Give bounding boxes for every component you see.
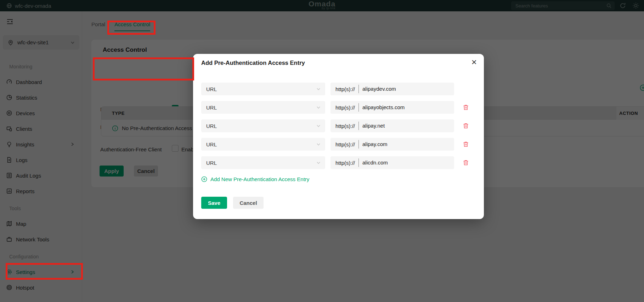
entry-type-select[interactable]: URL [201,156,325,169]
plus-circle-icon [201,176,207,182]
delete-entry-trash-icon[interactable] [462,159,469,166]
save-button[interactable]: Save [201,197,227,209]
entry-row: URL http(s):// alipaydev.com [193,83,484,95]
entry-type-select[interactable]: URL [201,119,325,132]
entry-type-value: URL [206,105,316,111]
chevron-down-icon [316,86,321,91]
entry-type-select[interactable]: URL [201,138,325,151]
chevron-down-icon [316,123,321,128]
url-value: alipay.com [358,140,454,149]
chevron-down-icon [316,142,321,147]
entry-row: URL http(s):// alipay.net [193,119,484,132]
entry-type-select[interactable]: URL [201,101,325,114]
delete-entry-trash-icon[interactable] [462,104,469,111]
delete-entry-trash-icon[interactable] [462,141,469,148]
entry-type-value: URL [206,141,316,147]
url-prefix: http(s):// [331,105,358,111]
entry-url-input[interactable]: http(s):// alipaydev.com [331,83,454,95]
chevron-down-icon [316,105,321,110]
omada-controller-app: wfc-dev-omada Omada by tp-link Search fe… [0,0,644,302]
add-new-entry-link[interactable]: Add New Pre-Authentication Access Entry [201,176,309,182]
modal-title: Add Pre-Authentication Access Entry [201,60,305,66]
entry-url-input[interactable]: http(s):// alipayobjects.com [331,101,454,114]
url-value: alipay.net [358,122,454,130]
delete-entry-trash-icon[interactable] [462,122,469,129]
entry-type-select[interactable]: URL [201,83,325,95]
url-prefix: http(s):// [331,86,358,92]
add-pre-auth-entry-modal: Add Pre-Authentication Access Entry × UR… [193,54,484,219]
entry-type-value: URL [206,160,316,166]
entry-type-value: URL [206,123,316,129]
modal-cancel-button[interactable]: Cancel [233,197,264,209]
entry-row: URL http(s):// alicdn.com [193,156,484,169]
entry-row: URL http(s):// alipay.com [193,138,484,151]
url-value: alipayobjects.com [358,103,454,112]
url-prefix: http(s):// [331,141,358,147]
chevron-down-icon [316,160,321,165]
url-prefix: http(s):// [331,160,358,166]
entry-type-value: URL [206,86,316,92]
url-value: alipaydev.com [358,85,454,93]
entry-url-input[interactable]: http(s):// alicdn.com [331,156,454,169]
url-prefix: http(s):// [331,123,358,129]
close-icon[interactable]: × [471,57,477,67]
entry-url-input[interactable]: http(s):// alipay.net [331,119,454,132]
entry-row: URL http(s):// alipayobjects.com [193,101,484,114]
entry-url-input[interactable]: http(s):// alipay.com [331,138,454,151]
add-new-entry-label: Add New Pre-Authentication Access Entry [210,176,309,182]
url-value: alicdn.com [358,158,454,167]
